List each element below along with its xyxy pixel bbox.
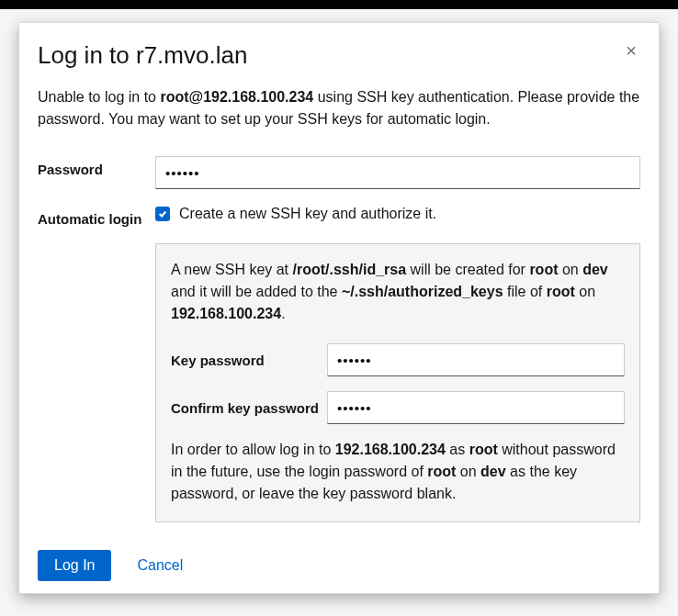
login-button[interactable]: Log In xyxy=(38,550,111,581)
modal-footer: Log In Cancel xyxy=(38,550,640,581)
check-icon xyxy=(158,209,167,218)
password-row: Password xyxy=(38,156,640,189)
key-password-row: Key password xyxy=(171,343,625,376)
confirm-key-password-row: Confirm key password xyxy=(171,391,625,424)
modal-title: Log in to r7.mvo.lan xyxy=(38,41,247,70)
ssh-key-create-text: A new SSH key at /root/.ssh/id_rsa will … xyxy=(171,259,625,325)
confirm-key-password-label: Confirm key password xyxy=(171,400,327,416)
auto-login-row: Automatic login Create a new SSH key and… xyxy=(38,206,640,227)
close-icon[interactable]: × xyxy=(622,41,640,60)
ssh-key-hint-text: In order to allow log in to 192.168.100.… xyxy=(171,439,625,505)
cancel-button[interactable]: Cancel xyxy=(137,557,183,574)
auto-login-checkbox-label: Create a new SSH key and authorize it. xyxy=(179,206,436,222)
key-password-input[interactable] xyxy=(327,343,625,376)
key-password-label: Key password xyxy=(171,353,327,368)
intro-text: Unable to log in to root@192.168.100.234… xyxy=(38,86,640,130)
password-input[interactable] xyxy=(155,156,640,189)
ssh-key-info-box: A new SSH key at /root/.ssh/id_rsa will … xyxy=(155,243,640,522)
auto-login-checkbox[interactable] xyxy=(155,207,170,221)
login-modal: Log in to r7.mvo.lan × Unable to log in … xyxy=(18,22,660,594)
auto-login-label: Automatic login xyxy=(38,206,155,227)
confirm-key-password-input[interactable] xyxy=(327,391,625,424)
intro-prefix: Unable to log in to xyxy=(38,89,160,105)
password-label: Password xyxy=(38,156,155,177)
auto-login-checkbox-wrap: Create a new SSH key and authorize it. xyxy=(155,206,640,222)
intro-target: root@192.168.100.234 xyxy=(160,89,313,105)
modal-header: Log in to r7.mvo.lan × xyxy=(38,41,640,70)
